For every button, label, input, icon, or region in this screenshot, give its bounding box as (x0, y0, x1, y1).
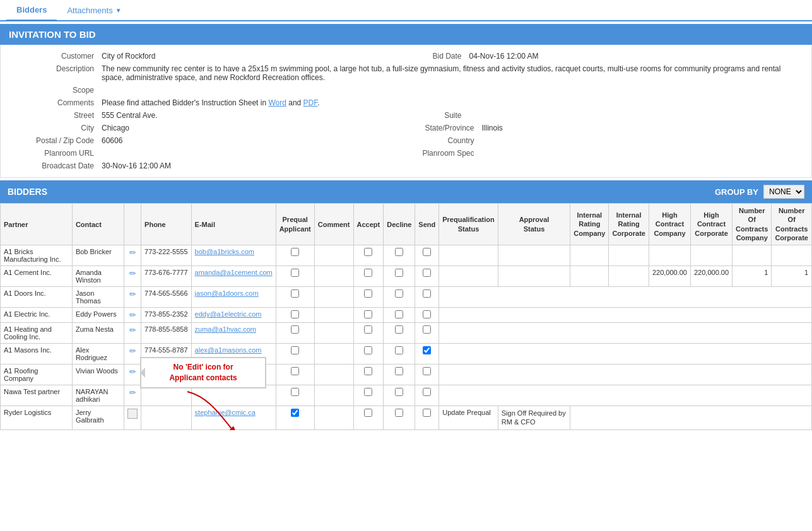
accept-checkbox[interactable] (364, 388, 372, 396)
col-phone: Phone (141, 204, 192, 245)
prequal-checkbox[interactable] (291, 346, 299, 354)
send-cell (415, 287, 439, 308)
edit-icon[interactable]: ✏ (129, 325, 136, 335)
planroom-spec-label: Planroom Spec (406, 149, 482, 158)
prequal-checkbox[interactable] (291, 269, 299, 277)
send-checkbox[interactable] (423, 409, 431, 417)
phone-cell: 773-855-2352 (141, 308, 192, 323)
prequal-checkbox[interactable] (291, 289, 299, 298)
num-co-cell: 1 (733, 266, 772, 287)
bid-date-value: 04-Nov-16 12:00 AM (469, 52, 812, 61)
edit-icon[interactable]: ✏ (129, 289, 136, 299)
col-high-contract-corp: HighContractCorporate (691, 204, 733, 245)
planroom-url-label: Planroom URL (1, 149, 102, 158)
description-value: The new community rec center is to have … (102, 64, 811, 82)
email-link[interactable]: zuma@a1hvac.com (195, 325, 256, 333)
decline-checkbox[interactable] (395, 388, 403, 396)
prequal-checkbox[interactable] (291, 248, 299, 256)
edit-cell: ✏ (124, 287, 141, 308)
comment-cell (314, 323, 353, 344)
send-checkbox[interactable] (423, 346, 431, 354)
accept-checkbox[interactable] (364, 289, 372, 298)
decline-checkbox[interactable] (395, 248, 403, 256)
contact-cell: NARAYAN adhikari (72, 385, 124, 406)
email-cell: amanda@a1cement.com (191, 266, 276, 287)
scope-row: Scope (1, 84, 811, 96)
prequal-checkbox[interactable] (291, 310, 299, 318)
comment-cell (314, 406, 353, 430)
prequal-checkbox[interactable] (291, 325, 299, 334)
accept-checkbox[interactable] (364, 367, 372, 375)
send-checkbox[interactable] (423, 367, 431, 375)
invitation-header: INVITATION TO BID (0, 24, 812, 45)
edit-icon[interactable]: ✏ (129, 310, 136, 320)
edit-icon[interactable]: ✏ (129, 346, 136, 356)
phone-cell (141, 406, 192, 430)
approval-cell (498, 266, 570, 287)
accept-checkbox[interactable] (364, 269, 372, 277)
send-checkbox[interactable] (423, 325, 431, 334)
email-link[interactable]: jason@a1doors.com (195, 289, 259, 297)
edit-icon[interactable]: ✏ (129, 269, 136, 278)
decline-checkbox[interactable] (395, 367, 403, 375)
edit-icon[interactable]: ✏ (129, 388, 136, 397)
email-link[interactable]: amanda@a1cement.com (195, 269, 273, 276)
customer-label: Customer (1, 52, 102, 61)
send-checkbox[interactable] (423, 269, 431, 277)
send-checkbox[interactable] (423, 289, 431, 298)
planroom-row: Planroom URL Planroom Spec (1, 147, 811, 160)
prequal-checkbox[interactable] (291, 388, 299, 396)
int-rating-corp-cell (609, 266, 649, 287)
scope-label: Scope (1, 86, 102, 95)
decline-checkbox[interactable] (395, 325, 403, 334)
edit-cell-empty (124, 406, 141, 430)
col-high-contract-co: HighContractCompany (649, 204, 690, 245)
planroom-url-value (102, 149, 406, 158)
accept-checkbox[interactable] (364, 409, 372, 417)
decline-checkbox[interactable] (395, 310, 403, 318)
accept-cell (353, 245, 384, 266)
planroom-spec-value (482, 149, 812, 158)
tab-bidders[interactable]: Bidders (6, 0, 57, 21)
edit-cell: ✏ (124, 323, 141, 344)
send-cell (415, 245, 439, 266)
accept-checkbox[interactable] (364, 346, 372, 354)
send-checkbox[interactable] (423, 388, 431, 396)
description-row: Description The new community rec center… (1, 62, 811, 84)
col-num-contracts-corp: NumberOfContractsCorporate (772, 204, 812, 245)
state-label: State/Province (406, 124, 482, 132)
prequal-cell (276, 308, 314, 323)
accept-checkbox[interactable] (364, 248, 372, 256)
email-link[interactable]: eddy@a1electric.com (195, 310, 262, 318)
table-row: A1 Electric Inc. Eddy Powers ✏ 773-855-2… (1, 308, 812, 323)
col-email: E-Mail (191, 204, 276, 245)
prequal-checkbox[interactable] (291, 409, 299, 417)
table-row: A1 Masons Inc. Alex Rodriguez ✏ 774-555-… (1, 344, 812, 365)
prequal-checkbox[interactable] (291, 367, 299, 375)
tab-attachments[interactable]: Attachments ▼ (57, 0, 131, 20)
comment-cell (314, 365, 353, 385)
accept-checkbox[interactable] (364, 310, 372, 318)
edit-icon[interactable]: ✏ (129, 248, 136, 257)
email-link[interactable]: bob@a1bricks.com (195, 248, 254, 255)
prequal-cell (276, 344, 314, 365)
send-checkbox[interactable] (423, 310, 431, 318)
decline-checkbox[interactable] (395, 289, 403, 298)
send-checkbox[interactable] (423, 248, 431, 256)
table-row: A1 Cement Inc. Amanda Winston ✏ 773-676-… (1, 266, 812, 287)
pdf-link[interactable]: PDF (303, 98, 318, 107)
decline-checkbox[interactable] (395, 346, 403, 354)
decline-checkbox[interactable] (395, 269, 403, 277)
decline-checkbox[interactable] (395, 409, 403, 417)
street-row: Street 555 Central Ave. Suite (1, 109, 811, 122)
approval-cell (498, 245, 570, 266)
col-comment: Comment (314, 204, 353, 245)
col-partner: Partner (1, 204, 73, 245)
accept-checkbox[interactable] (364, 325, 372, 334)
info-section: Customer City of Rockford Bid Date 04-No… (0, 45, 812, 178)
group-by-select[interactable]: NONE (763, 185, 804, 199)
postal-row: Postal / Zip Code 60606 Country (1, 134, 811, 147)
email-link[interactable]: alex@a1masons.com (195, 346, 262, 354)
word-link[interactable]: Word (268, 98, 286, 107)
contact-cell: Amanda Winston (72, 266, 124, 287)
